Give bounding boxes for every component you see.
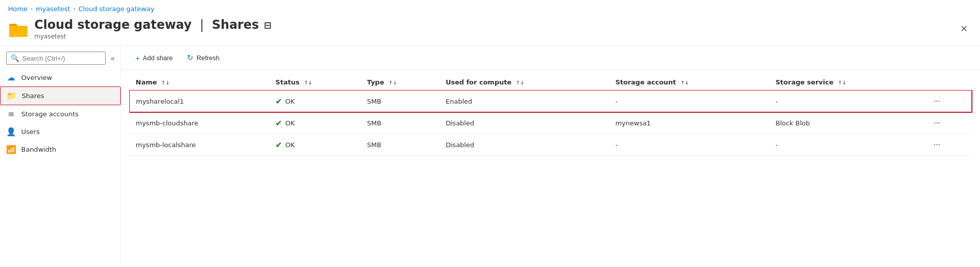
breadcrumb-myasetest[interactable]: myasetest — [36, 5, 70, 13]
breadcrumb-sep-1: › — [30, 6, 32, 12]
cell-type-1: SMB — [361, 112, 440, 134]
search-box[interactable]: 🔍 — [6, 52, 106, 65]
shares-table: Name ↑↓ Status ↑↓ Type ↑↓ Used for com — [129, 74, 972, 156]
table-container: Name ↑↓ Status ↑↓ Type ↑↓ Used for com — [121, 70, 980, 264]
sidebar-item-users[interactable]: 👤 Users — [0, 123, 121, 141]
cell-more-2[interactable]: ··· — [924, 134, 971, 156]
refresh-button[interactable]: ↻ Refresh — [181, 51, 226, 65]
sidebar-item-shares[interactable]: 📁 Shares — [0, 86, 121, 105]
row-more-button-0[interactable]: ··· — [930, 96, 943, 107]
main-layout: 🔍 « ☁ Overview 📁 Shares ≡ Storage accoun… — [0, 46, 980, 264]
folder-nav-icon: 📁 — [7, 91, 17, 101]
sidebar-item-shares-label: Shares — [22, 92, 44, 100]
table-body: mysharelocal1 ✔ OK SMB Enabled - - ··· m… — [130, 91, 972, 156]
col-status[interactable]: Status ↑↓ — [269, 74, 361, 91]
sidebar-item-users-label: Users — [21, 128, 39, 136]
cell-storage-account-1: mynewsa1 — [609, 112, 769, 134]
status-text-0: OK — [285, 98, 295, 105]
add-share-button[interactable]: + Add share — [129, 51, 179, 65]
svg-rect-1 — [9, 26, 27, 37]
sidebar-item-storage-accounts[interactable]: ≡ Storage accounts — [0, 105, 121, 123]
cell-type-2: SMB — [361, 134, 440, 156]
cell-name-2: mysmb-localshare — [130, 134, 270, 156]
collapse-sidebar-button[interactable]: « — [109, 53, 117, 63]
row-more-button-1[interactable]: ··· — [930, 117, 943, 128]
cell-storage-account-2: - — [609, 134, 769, 156]
header-subtitle: myasetest — [34, 33, 272, 40]
table-header-row: Name ↑↓ Status ↑↓ Type ↑↓ Used for com — [130, 74, 972, 91]
refresh-label: Refresh — [197, 54, 220, 62]
cell-status-2: ✔ OK — [269, 134, 361, 156]
header-pipe: | — [200, 18, 204, 32]
cell-storage-account-0: - — [609, 91, 769, 112]
cell-status-1: ✔ OK — [269, 112, 361, 134]
table-row[interactable]: mysmb-cloudshare ✔ OK SMB Disabled mynew… — [130, 112, 972, 134]
sidebar-item-overview-label: Overview — [21, 74, 52, 81]
refresh-icon: ↻ — [187, 53, 193, 62]
header-title-block: Cloud storage gateway | Shares ⊟ myasete… — [34, 18, 272, 40]
col-storage-sort-icon: ↑↓ — [680, 80, 689, 85]
cloud-icon: ☁ — [6, 73, 16, 82]
sidebar-item-overview[interactable]: ☁ Overview — [0, 69, 121, 86]
header-left: Cloud storage gateway | Shares ⊟ myasete… — [8, 18, 272, 40]
col-storage-service-label: Storage service — [775, 78, 834, 86]
sidebar-item-bandwidth-label: Bandwidth — [21, 146, 56, 153]
search-input[interactable] — [22, 55, 101, 62]
add-icon: + — [135, 54, 140, 62]
col-type[interactable]: Type ↑↓ — [361, 74, 440, 91]
table-row[interactable]: mysmb-localshare ✔ OK SMB Disabled - - ·… — [130, 134, 972, 156]
status-text-2: OK — [285, 141, 295, 149]
search-row: 🔍 « — [0, 50, 121, 69]
page-header: Cloud storage gateway | Shares ⊟ myasete… — [0, 16, 980, 46]
cell-name-0: mysharelocal1 — [130, 91, 270, 112]
print-icon[interactable]: ⊟ — [264, 20, 272, 30]
cell-type-0: SMB — [361, 91, 440, 112]
col-storage-service[interactable]: Storage service ↑↓ — [769, 74, 924, 91]
table-header: Name ↑↓ Status ↑↓ Type ↑↓ Used for com — [130, 74, 972, 91]
col-used-for-compute[interactable]: Used for compute ↑↓ — [439, 74, 609, 91]
col-status-label: Status — [275, 78, 300, 86]
cell-more-1[interactable]: ··· — [924, 112, 971, 134]
col-type-sort-icon: ↑↓ — [388, 80, 397, 85]
cell-storage-service-1: Block Blob — [769, 112, 924, 134]
col-storage-account-label: Storage account — [615, 78, 676, 86]
col-storage-account[interactable]: Storage account ↑↓ — [609, 74, 769, 91]
folder-icon — [8, 19, 28, 39]
col-name-label: Name — [136, 78, 157, 86]
add-share-label: Add share — [143, 54, 173, 62]
status-check-icon-0: ✔ — [275, 97, 282, 106]
header-title: Cloud storage gateway | Shares ⊟ — [34, 18, 272, 32]
sidebar-item-bandwidth[interactable]: 📶 Bandwidth — [0, 141, 121, 158]
cell-status-0: ✔ OK — [269, 91, 361, 112]
col-compute-sort-icon: ↑↓ — [516, 80, 524, 85]
status-text-1: OK — [285, 119, 295, 127]
breadcrumb-home[interactable]: Home — [8, 5, 27, 13]
col-type-label: Type — [367, 78, 384, 86]
sidebar-item-storage-label: Storage accounts — [21, 110, 79, 118]
table-row[interactable]: mysharelocal1 ✔ OK SMB Enabled - - ··· — [130, 91, 972, 112]
cell-compute-1: Disabled — [439, 112, 609, 134]
bandwidth-icon: 📶 — [6, 145, 16, 154]
users-icon: 👤 — [6, 127, 16, 137]
cell-storage-service-0: - — [769, 91, 924, 112]
col-name[interactable]: Name ↑↓ — [130, 74, 270, 91]
cell-name-1: mysmb-cloudshare — [130, 112, 270, 134]
header-section-text: Shares — [212, 18, 259, 32]
cell-more-0[interactable]: ··· — [924, 91, 971, 112]
row-more-button-2[interactable]: ··· — [930, 139, 943, 150]
toolbar: + Add share ↻ Refresh — [121, 46, 980, 70]
storage-icon: ≡ — [6, 109, 16, 119]
col-status-sort-icon: ↑↓ — [304, 80, 312, 85]
sidebar: 🔍 « ☁ Overview 📁 Shares ≡ Storage accoun… — [0, 46, 121, 264]
col-service-sort-icon: ↑↓ — [838, 80, 847, 85]
col-compute-label: Used for compute — [446, 78, 511, 86]
content-area: + Add share ↻ Refresh Name ↑↓ S — [121, 46, 980, 264]
search-icon: 🔍 — [11, 54, 19, 62]
breadcrumb: Home › myasetest › Cloud storage gateway — [0, 0, 980, 16]
breadcrumb-cloud-storage-gateway[interactable]: Cloud storage gateway — [78, 5, 154, 13]
cell-compute-2: Disabled — [439, 134, 609, 156]
cell-compute-0: Enabled — [439, 91, 609, 112]
close-button[interactable]: ✕ — [956, 22, 972, 35]
breadcrumb-sep-2: › — [73, 6, 75, 12]
header-title-text: Cloud storage gateway — [34, 18, 191, 32]
